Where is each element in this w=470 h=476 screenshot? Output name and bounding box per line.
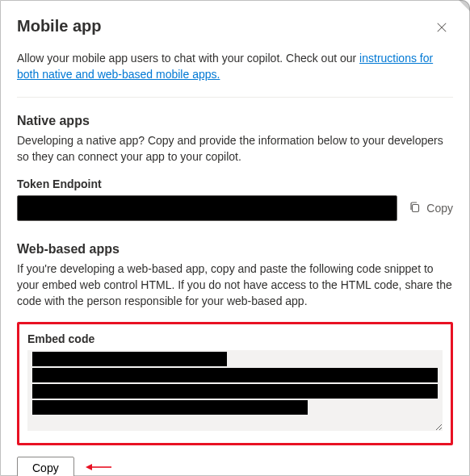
panel-header: Mobile app (17, 17, 453, 40)
token-endpoint-input[interactable] (17, 195, 397, 221)
mobile-app-panel: Mobile app Allow your mobile app users t… (0, 0, 470, 476)
native-description: Developing a native app? Copy and provid… (17, 133, 453, 165)
embed-code-textarea[interactable] (27, 350, 443, 431)
close-button[interactable] (430, 17, 453, 40)
divider (17, 97, 453, 98)
copy-icon (409, 201, 422, 216)
close-icon (436, 22, 447, 35)
copy-token-button[interactable]: Copy (409, 201, 453, 216)
embed-code-label: Embed code (27, 332, 443, 345)
annotation-arrow-icon (86, 461, 111, 475)
web-heading: Web-based apps (17, 242, 453, 257)
native-heading: Native apps (17, 114, 453, 128)
intro-before: Allow your mobile app users to chat with… (17, 52, 359, 65)
web-description: If you're developing a web-based app, co… (17, 261, 453, 309)
token-endpoint-row: Copy (17, 195, 453, 221)
svg-rect-2 (413, 204, 419, 211)
token-endpoint-label: Token Endpoint (17, 177, 453, 190)
embed-code-wrap (27, 350, 443, 433)
panel-title: Mobile app (17, 17, 101, 35)
svg-marker-4 (86, 464, 92, 470)
embed-code-highlight: Embed code (17, 322, 453, 445)
copy-token-label: Copy (426, 202, 453, 215)
corner-decoration (459, 0, 470, 11)
intro-text: Allow your mobile app users to chat with… (17, 51, 453, 82)
copy-embed-button[interactable]: Copy (17, 457, 74, 476)
copy-embed-row: Copy (17, 457, 453, 476)
